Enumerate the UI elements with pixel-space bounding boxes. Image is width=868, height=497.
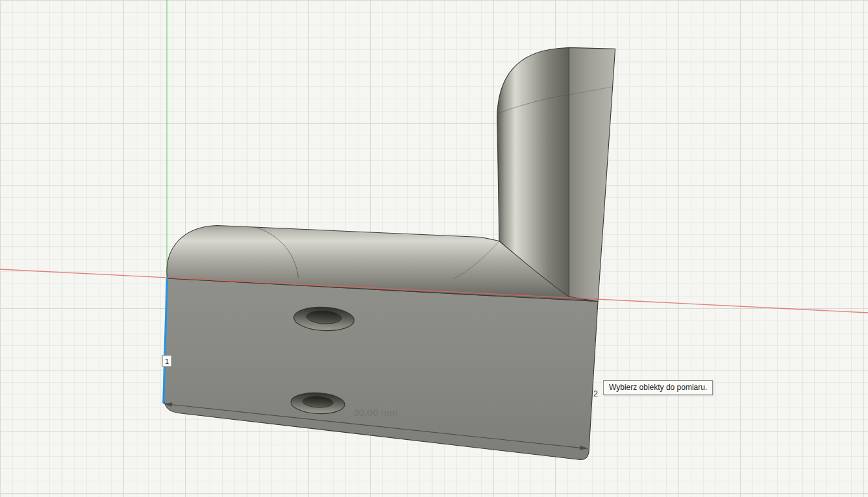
measure-tooltip-text: Wybierz obiekty do pomiaru. bbox=[609, 383, 707, 392]
3d-viewport[interactable]: 30.00 mm 1 2 Wybierz obiekty do pomiaru. bbox=[0, 0, 868, 497]
wall-right-face[interactable] bbox=[569, 47, 615, 301]
selection-marker-1: 1 bbox=[162, 356, 172, 367]
viewport-canvas: 30.00 mm 1 2 bbox=[0, 0, 868, 497]
selection-marker-2-label: 2 bbox=[593, 389, 598, 398]
base-front-face[interactable] bbox=[164, 278, 598, 459]
selection-marker-1-label: 1 bbox=[165, 358, 169, 365]
model-bracket bbox=[164, 47, 615, 459]
measure-tooltip: Wybierz obiekty do pomiaru. bbox=[603, 380, 713, 395]
dimension-label: 30.00 mm bbox=[353, 407, 398, 418]
